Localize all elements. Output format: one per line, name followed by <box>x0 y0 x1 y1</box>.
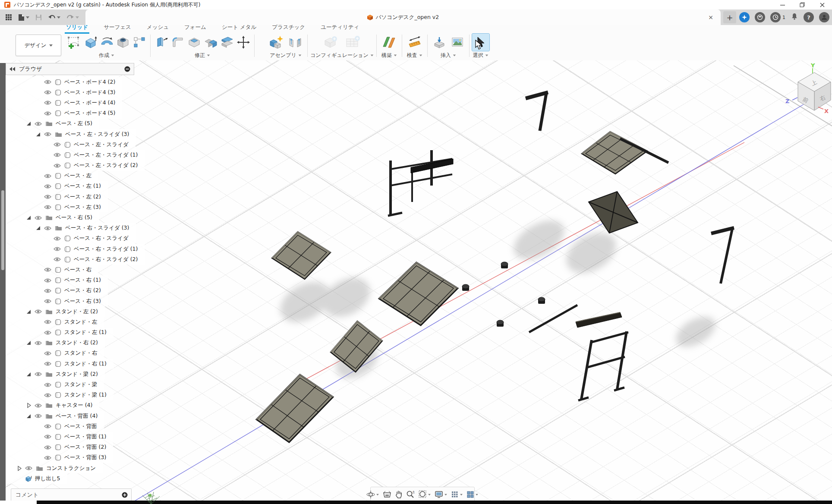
expand-open-triangle-icon[interactable] <box>27 122 31 126</box>
visibility-eye-icon[interactable] <box>44 111 51 116</box>
expand-closed-triangle-icon[interactable] <box>27 403 31 408</box>
close-window-button[interactable] <box>812 0 832 9</box>
notifications-clock-icon[interactable] <box>770 12 781 22</box>
new-tab-button[interactable]: + <box>723 11 736 23</box>
browser-tree-item[interactable]: スタンド・左 (1) <box>6 328 113 338</box>
ribbon-tab[interactable]: ユーティリティ <box>319 24 360 34</box>
revolve-button[interactable] <box>98 34 115 51</box>
combine-button[interactable] <box>202 34 219 51</box>
browser-tree-item[interactable]: ベース・左 (1) <box>6 181 108 192</box>
browser-tree-item[interactable]: ベース・背面 (3) <box>6 453 113 463</box>
visibility-eye-icon[interactable] <box>44 132 51 137</box>
ribbon-tab[interactable]: メッシュ <box>145 24 170 34</box>
frame-rail-center[interactable] <box>529 305 577 332</box>
measure-button[interactable] <box>405 34 425 51</box>
browser-tree-item[interactable]: ベース・ボード4 (5) <box>6 108 122 119</box>
browser-tree-item[interactable]: ベース・ボード4 (3) <box>6 87 122 98</box>
browser-tree-item[interactable]: ベース・右 (2) <box>6 286 108 296</box>
stand-frame-assembly[interactable] <box>388 150 453 216</box>
browser-header[interactable]: ブラウザ <box>6 63 134 75</box>
extensions-sparkle-icon[interactable] <box>739 12 750 22</box>
desk-panel-bottom-left[interactable] <box>256 375 333 442</box>
browser-tree-item[interactable]: スタンド・梁 (1) <box>6 390 113 400</box>
group-dropdown-configuration[interactable]: コンフィギュレーション <box>310 52 374 59</box>
browser-tree-item[interactable]: ベース・左 (3) <box>6 202 108 212</box>
visibility-eye-icon[interactable] <box>44 299 51 304</box>
construction-plane-button[interactable] <box>379 34 399 51</box>
browser-scrollbar[interactable] <box>0 63 6 501</box>
visibility-eye-icon[interactable] <box>44 288 51 293</box>
scrollbar-thumb[interactable] <box>1 190 4 270</box>
display-settings-button[interactable] <box>434 491 448 498</box>
stand-frame-right[interactable] <box>578 331 628 400</box>
visibility-eye-icon[interactable] <box>44 205 51 210</box>
save-button[interactable] <box>35 14 42 21</box>
browser-tree-item[interactable]: ベース・背面 (2) <box>6 442 113 453</box>
browser-tree-item[interactable]: ベース・背面 (1) <box>6 432 113 442</box>
fit-button[interactable] <box>417 490 432 499</box>
app-grid-icon[interactable] <box>5 14 12 21</box>
cross-brace-panel[interactable] <box>589 192 638 233</box>
file-menu-button[interactable] <box>18 14 29 21</box>
visibility-eye-icon[interactable] <box>54 152 61 158</box>
visibility-eye-icon[interactable] <box>35 372 42 377</box>
workspace-selector[interactable]: デザイン <box>16 35 61 56</box>
group-dropdown-insert[interactable]: 挿入 <box>441 52 456 59</box>
avatar[interactable] <box>819 12 829 22</box>
browser-tree-item[interactable]: ベース・右 (1) <box>6 275 108 286</box>
browser-tree-item[interactable]: ベース・左・スライダ (1) <box>6 150 145 160</box>
bell-icon[interactable] <box>791 13 798 22</box>
collapse-panel-icon[interactable] <box>9 67 16 71</box>
visibility-eye-icon[interactable] <box>44 393 51 398</box>
visibility-eye-icon[interactable] <box>35 309 42 314</box>
browser-tree-item[interactable]: ベース・左・スライダ (3) <box>6 129 136 139</box>
pan-button[interactable] <box>394 490 403 499</box>
undo-button[interactable] <box>48 14 60 20</box>
visibility-eye-icon[interactable] <box>44 424 51 429</box>
expand-closed-triangle-icon[interactable] <box>17 466 22 471</box>
browser-tree-item[interactable]: キャスター (4) <box>6 400 99 411</box>
browser-tree-item[interactable]: ベース・ボード4 (4) <box>6 98 122 108</box>
caster-bracket-right[interactable] <box>711 228 734 284</box>
visibility-eye-icon[interactable] <box>35 413 42 419</box>
visibility-eye-icon[interactable] <box>44 319 51 324</box>
visibility-eye-icon[interactable] <box>54 142 61 147</box>
visibility-eye-icon[interactable] <box>54 257 61 262</box>
visibility-eye-icon[interactable] <box>44 100 51 105</box>
visibility-eye-icon[interactable] <box>44 445 51 450</box>
ribbon-tab[interactable]: フォーム <box>183 24 208 34</box>
view-cube[interactable]: Y 上 前 右 Z X <box>780 60 832 121</box>
browser-tree-item[interactable]: ベース・左 <box>6 171 98 181</box>
hole-button[interactable] <box>115 34 131 51</box>
desk-panel-center[interactable] <box>379 262 458 325</box>
visibility-eye-icon[interactable] <box>44 351 51 356</box>
redo-button[interactable] <box>66 14 79 20</box>
comment-box[interactable]: コメント <box>11 488 132 501</box>
visibility-eye-icon[interactable] <box>44 90 51 95</box>
visibility-eye-icon[interactable] <box>44 330 51 335</box>
visibility-eye-icon[interactable] <box>54 163 61 168</box>
joint-button[interactable] <box>286 34 305 51</box>
group-dropdown-inspect[interactable]: 検査 <box>407 52 422 59</box>
fillet-button[interactable] <box>170 34 186 51</box>
ribbon-tab[interactable]: サーフェス <box>102 24 132 34</box>
job-status-icon[interactable] <box>755 12 765 22</box>
browser-tree-item[interactable]: ベース・右・スライダ (2) <box>6 254 145 265</box>
expand-open-triangle-icon[interactable] <box>27 341 31 345</box>
visibility-eye-icon[interactable] <box>44 79 51 85</box>
visibility-eye-icon[interactable] <box>54 246 61 252</box>
browser-tree-item[interactable]: ベース・背面 <box>6 421 104 432</box>
visibility-eye-icon[interactable] <box>44 382 51 387</box>
help-icon[interactable]: ? <box>804 12 814 22</box>
browser-tree-item[interactable]: ベース・右 (5) <box>6 212 99 223</box>
visibility-eye-icon[interactable] <box>25 466 32 471</box>
browser-tree-item[interactable]: コンストラクション <box>6 463 103 473</box>
visibility-eye-icon[interactable] <box>35 340 42 346</box>
expand-open-triangle-icon[interactable] <box>27 372 31 376</box>
group-dropdown-assembly[interactable]: アセンブリ <box>270 52 301 59</box>
caster-bracket-top[interactable] <box>526 92 548 131</box>
visibility-eye-icon[interactable] <box>35 215 42 220</box>
visibility-eye-icon[interactable] <box>44 184 51 189</box>
viewport-canvas[interactable]: Y 上 前 右 Z X ブラウザ ベース・ボード4 (2) <box>0 60 832 501</box>
back-beam[interactable] <box>576 312 622 328</box>
